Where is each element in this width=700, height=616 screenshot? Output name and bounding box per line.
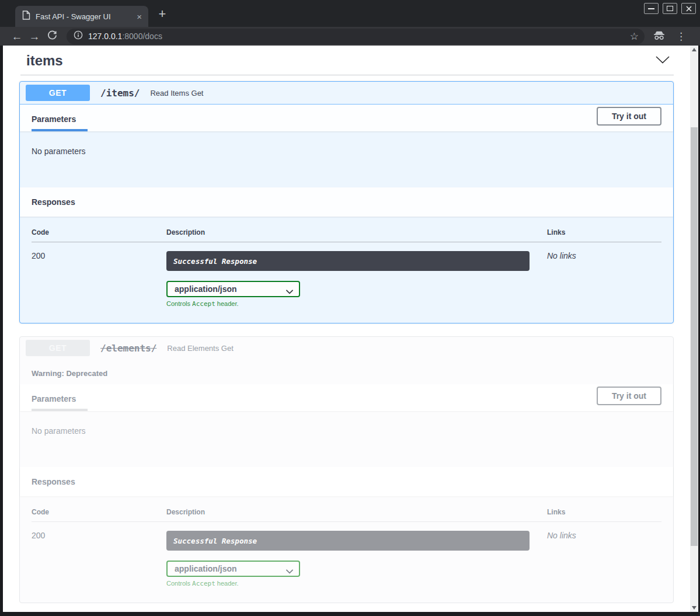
media-type-select[interactable]: application/json [166,281,300,297]
accept-header-note: Controls Accept header. [166,300,547,308]
parameters-label: Parameters [32,114,88,131]
col-header-description: Description [166,228,547,242]
back-button[interactable]: ← [8,31,26,42]
response-row: 200 Successful Response application/json [32,242,661,308]
tag-title: items [26,53,63,69]
col-header-links: Links [547,508,661,521]
window-controls [644,3,696,14]
opblock-summary[interactable]: GET /elements/ Read Elements Get [20,337,673,359]
accept-note-suffix: header. [215,300,239,307]
responses-label: Responses [32,197,75,207]
opblock-body: Warning: Deprecated Parameters Try it ou… [20,359,673,603]
col-header-code: Code [32,228,166,242]
method-badge: GET [26,85,90,101]
no-links-text: No links [547,522,661,587]
endpoint-summary: Read Elements Get [167,344,233,353]
response-description-cell: Successful Response application/json Con… [166,522,547,587]
tag-collapse-chevron-icon[interactable] [655,55,670,67]
endpoint-summary: Read Items Get [150,89,203,98]
tag-section-header[interactable]: items [19,51,674,75]
media-type-select[interactable]: application/json [166,561,300,577]
responses-table-head: Code Description Links [32,508,661,522]
response-description-cell: Successful Response application/json Con… [166,242,547,308]
accept-note-code: Accept [192,300,215,308]
site-info-icon[interactable] [74,30,83,42]
bookmark-star-icon[interactable]: ☆ [630,30,639,43]
accept-header-note: Controls Accept header. [166,580,547,587]
response-description-box: Successful Response [166,531,530,551]
no-parameters-text: No parameters [20,131,673,187]
responses-table: Code Description Links 200 Successful Re… [20,217,673,323]
media-type-select-wrap: application/json [166,561,300,577]
col-header-code: Code [32,508,166,521]
responses-table: Code Description Links 200 Successful Re… [20,496,673,603]
tab-close-icon[interactable]: × [135,12,144,21]
parameters-tab[interactable]: Parameters [32,114,88,131]
forward-button[interactable]: → [26,31,43,42]
accept-note-code: Accept [192,580,215,587]
responses-table-head: Code Description Links [32,228,661,242]
parameters-header: Parameters Try it out [20,384,673,411]
maximize-icon [667,6,673,11]
scroll-up-button[interactable] [690,46,698,54]
col-header-links: Links [547,228,661,242]
response-description-box: Successful Response [166,251,530,271]
close-icon [686,6,692,12]
reload-icon [47,30,57,40]
method-badge: GET [26,340,90,356]
response-code: 200 [32,522,166,587]
url-path: :8000/docs [122,32,162,41]
opblock-get-elements-deprecated: GET /elements/ Read Elements Get Warning… [19,336,674,603]
response-code: 200 [32,242,166,308]
endpoint-path: /elements/ [100,343,156,354]
no-links-text: No links [547,242,661,308]
parameters-label: Parameters [32,394,88,411]
media-type-select-wrap: application/json [166,281,300,297]
maximize-button[interactable] [663,3,677,14]
reload-button[interactable] [43,30,61,42]
toolbar-right: ⋮ [653,30,686,43]
parameters-header: Parameters Try it out [20,105,673,131]
endpoint-path: /items/ [100,88,140,99]
try-it-out-button[interactable]: Try it out [597,107,661,126]
vertical-scrollbar[interactable] [690,46,698,612]
deprecated-warning: Warning: Deprecated [20,359,673,384]
try-it-out-button[interactable]: Try it out [597,387,661,405]
parameters-tab[interactable]: Parameters [32,394,88,411]
menu-kebab-icon[interactable]: ⋮ [676,30,686,43]
page-content: items GET /items/ Read Items Get Paramet… [3,46,691,612]
scroll-down-button[interactable] [690,604,698,612]
browser-tab[interactable]: Fast API - Swagger UI × [15,6,148,27]
accept-note-prefix: Controls [166,300,192,307]
scroll-up-icon [692,48,696,51]
responses-label: Responses [32,477,75,486]
url-text[interactable]: 127.0.0.1:8000/docs [88,32,162,41]
scrollbar-thumb[interactable] [691,127,698,546]
responses-header: Responses [20,187,673,217]
address-bar[interactable]: 127.0.0.1:8000/docs ☆ [67,29,645,44]
responses-header: Responses [20,467,673,496]
close-button[interactable] [681,3,696,14]
response-row: 200 Successful Response application/json [32,522,661,587]
col-header-description: Description [166,508,547,521]
opblock-summary[interactable]: GET /items/ Read Items Get [20,82,673,105]
browser-titlebar: Fast API - Swagger UI × + [0,0,700,27]
tag-divider [20,75,674,75]
browser-toolbar: ← → 127.0.0.1:8000/docs ☆ ⋮ [0,27,700,46]
accept-note-suffix: header. [215,580,239,587]
page-favicon-icon [22,11,30,22]
new-tab-button[interactable]: + [154,6,170,23]
scroll-down-icon [692,606,696,610]
minimize-icon [648,8,654,9]
url-host: 127.0.0.1 [88,32,122,41]
minimize-button[interactable] [644,3,659,14]
opblock-get-items: GET /items/ Read Items Get Parameters Tr… [19,81,674,323]
no-parameters-text: No parameters [20,411,673,467]
incognito-icon [653,30,666,43]
accept-note-prefix: Controls [166,580,192,587]
tab-title: Fast API - Swagger UI [36,12,130,21]
opblock-body: Parameters Try it out No parameters Resp… [20,105,673,323]
